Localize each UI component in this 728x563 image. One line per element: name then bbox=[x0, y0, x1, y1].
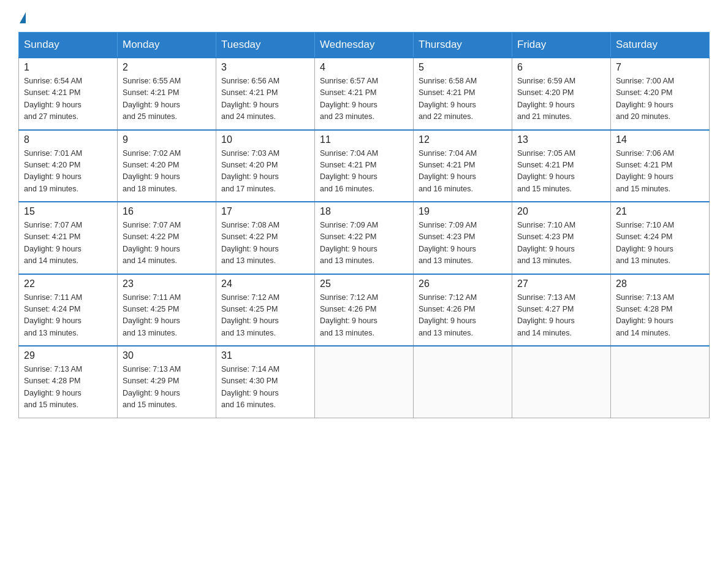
day-number: 29 bbox=[24, 350, 112, 361]
logo-triangle-icon bbox=[20, 12, 26, 23]
day-info: Sunrise: 7:11 AMSunset: 4:25 PMDaylight:… bbox=[123, 292, 211, 340]
day-number: 22 bbox=[24, 278, 112, 289]
weekday-header-wednesday: Wednesday bbox=[315, 33, 414, 58]
weekday-header-friday: Friday bbox=[512, 33, 611, 58]
calendar-cell bbox=[611, 346, 710, 418]
day-info: Sunrise: 7:06 AMSunset: 4:21 PMDaylight:… bbox=[616, 148, 704, 196]
calendar-cell: 10Sunrise: 7:03 AMSunset: 4:20 PMDayligh… bbox=[216, 130, 315, 202]
calendar-cell: 16Sunrise: 7:07 AMSunset: 4:22 PMDayligh… bbox=[118, 202, 216, 274]
weekday-header-sunday: Sunday bbox=[19, 33, 118, 58]
day-number: 31 bbox=[221, 350, 309, 361]
calendar-cell: 30Sunrise: 7:13 AMSunset: 4:29 PMDayligh… bbox=[118, 346, 216, 418]
day-info: Sunrise: 6:56 AMSunset: 4:21 PMDaylight:… bbox=[221, 75, 309, 123]
calendar-cell bbox=[512, 346, 611, 418]
day-number: 8 bbox=[24, 134, 112, 145]
day-number: 24 bbox=[221, 278, 309, 289]
day-info: Sunrise: 7:07 AMSunset: 4:22 PMDaylight:… bbox=[123, 220, 211, 267]
calendar-cell: 15Sunrise: 7:07 AMSunset: 4:21 PMDayligh… bbox=[19, 202, 118, 274]
day-number: 27 bbox=[517, 278, 605, 289]
day-info: Sunrise: 7:12 AMSunset: 4:26 PMDaylight:… bbox=[320, 292, 408, 340]
page-header bbox=[18, 12, 710, 21]
calendar-cell: 19Sunrise: 7:09 AMSunset: 4:23 PMDayligh… bbox=[414, 202, 512, 274]
day-number: 19 bbox=[419, 206, 507, 217]
day-info: Sunrise: 7:00 AMSunset: 4:20 PMDaylight:… bbox=[616, 75, 704, 123]
calendar-cell: 21Sunrise: 7:10 AMSunset: 4:24 PMDayligh… bbox=[611, 202, 710, 274]
calendar-cell: 5Sunrise: 6:58 AMSunset: 4:21 PMDaylight… bbox=[414, 58, 512, 130]
day-number: 12 bbox=[419, 134, 507, 145]
calendar-week-4: 22Sunrise: 7:11 AMSunset: 4:24 PMDayligh… bbox=[19, 274, 710, 347]
day-info: Sunrise: 7:12 AMSunset: 4:26 PMDaylight:… bbox=[419, 292, 507, 340]
day-number: 11 bbox=[320, 134, 408, 145]
calendar-cell: 7Sunrise: 7:00 AMSunset: 4:20 PMDaylight… bbox=[611, 58, 710, 130]
day-number: 20 bbox=[517, 206, 605, 217]
calendar-cell: 25Sunrise: 7:12 AMSunset: 4:26 PMDayligh… bbox=[315, 274, 414, 347]
calendar-cell: 22Sunrise: 7:11 AMSunset: 4:24 PMDayligh… bbox=[19, 274, 118, 347]
day-info: Sunrise: 6:54 AMSunset: 4:21 PMDaylight:… bbox=[24, 75, 112, 123]
calendar-week-5: 29Sunrise: 7:13 AMSunset: 4:28 PMDayligh… bbox=[19, 346, 710, 418]
calendar-cell: 23Sunrise: 7:11 AMSunset: 4:25 PMDayligh… bbox=[118, 274, 216, 347]
day-info: Sunrise: 7:11 AMSunset: 4:24 PMDaylight:… bbox=[24, 292, 112, 340]
day-number: 2 bbox=[123, 62, 211, 73]
logo bbox=[18, 12, 26, 21]
day-info: Sunrise: 7:09 AMSunset: 4:22 PMDaylight:… bbox=[320, 220, 408, 267]
calendar-cell: 24Sunrise: 7:12 AMSunset: 4:25 PMDayligh… bbox=[216, 274, 315, 347]
day-number: 13 bbox=[517, 134, 605, 145]
day-info: Sunrise: 7:13 AMSunset: 4:29 PMDaylight:… bbox=[123, 364, 211, 412]
calendar-cell: 4Sunrise: 6:57 AMSunset: 4:21 PMDaylight… bbox=[315, 58, 414, 130]
day-info: Sunrise: 6:59 AMSunset: 4:20 PMDaylight:… bbox=[517, 75, 605, 123]
day-info: Sunrise: 7:10 AMSunset: 4:24 PMDaylight:… bbox=[616, 220, 704, 267]
day-number: 1 bbox=[24, 62, 112, 73]
weekday-header-thursday: Thursday bbox=[414, 33, 512, 58]
day-info: Sunrise: 7:05 AMSunset: 4:21 PMDaylight:… bbox=[517, 148, 605, 196]
day-number: 26 bbox=[419, 278, 507, 289]
calendar-week-2: 8Sunrise: 7:01 AMSunset: 4:20 PMDaylight… bbox=[19, 130, 710, 202]
day-number: 17 bbox=[221, 206, 309, 217]
day-info: Sunrise: 7:04 AMSunset: 4:21 PMDaylight:… bbox=[419, 148, 507, 196]
day-number: 5 bbox=[419, 62, 507, 73]
day-number: 23 bbox=[123, 278, 211, 289]
day-number: 7 bbox=[616, 62, 704, 73]
calendar-cell: 26Sunrise: 7:12 AMSunset: 4:26 PMDayligh… bbox=[414, 274, 512, 347]
day-info: Sunrise: 7:09 AMSunset: 4:23 PMDaylight:… bbox=[419, 220, 507, 267]
calendar-cell: 31Sunrise: 7:14 AMSunset: 4:30 PMDayligh… bbox=[216, 346, 315, 418]
calendar-cell: 18Sunrise: 7:09 AMSunset: 4:22 PMDayligh… bbox=[315, 202, 414, 274]
day-number: 21 bbox=[616, 206, 704, 217]
calendar-cell bbox=[315, 346, 414, 418]
day-number: 30 bbox=[123, 350, 211, 361]
calendar-cell bbox=[414, 346, 512, 418]
day-number: 6 bbox=[517, 62, 605, 73]
day-info: Sunrise: 6:58 AMSunset: 4:21 PMDaylight:… bbox=[419, 75, 507, 123]
calendar-cell: 8Sunrise: 7:01 AMSunset: 4:20 PMDaylight… bbox=[19, 130, 118, 202]
day-number: 28 bbox=[616, 278, 704, 289]
calendar-cell: 29Sunrise: 7:13 AMSunset: 4:28 PMDayligh… bbox=[19, 346, 118, 418]
calendar-week-3: 15Sunrise: 7:07 AMSunset: 4:21 PMDayligh… bbox=[19, 202, 710, 274]
calendar-cell: 6Sunrise: 6:59 AMSunset: 4:20 PMDaylight… bbox=[512, 58, 611, 130]
calendar-cell: 14Sunrise: 7:06 AMSunset: 4:21 PMDayligh… bbox=[611, 130, 710, 202]
day-info: Sunrise: 7:08 AMSunset: 4:22 PMDaylight:… bbox=[221, 220, 309, 267]
day-number: 9 bbox=[123, 134, 211, 145]
day-number: 3 bbox=[221, 62, 309, 73]
calendar-week-1: 1Sunrise: 6:54 AMSunset: 4:21 PMDaylight… bbox=[19, 58, 710, 130]
day-info: Sunrise: 7:03 AMSunset: 4:20 PMDaylight:… bbox=[221, 148, 309, 196]
day-number: 4 bbox=[320, 62, 408, 73]
day-info: Sunrise: 7:04 AMSunset: 4:21 PMDaylight:… bbox=[320, 148, 408, 196]
day-info: Sunrise: 7:02 AMSunset: 4:20 PMDaylight:… bbox=[123, 148, 211, 196]
weekday-header-saturday: Saturday bbox=[611, 33, 710, 58]
calendar-cell: 3Sunrise: 6:56 AMSunset: 4:21 PMDaylight… bbox=[216, 58, 315, 130]
day-number: 16 bbox=[123, 206, 211, 217]
weekday-header-monday: Monday bbox=[118, 33, 216, 58]
day-info: Sunrise: 7:01 AMSunset: 4:20 PMDaylight:… bbox=[24, 148, 112, 196]
calendar-cell: 17Sunrise: 7:08 AMSunset: 4:22 PMDayligh… bbox=[216, 202, 315, 274]
day-info: Sunrise: 7:07 AMSunset: 4:21 PMDaylight:… bbox=[24, 220, 112, 267]
calendar-table: SundayMondayTuesdayWednesdayThursdayFrid… bbox=[18, 32, 710, 418]
day-info: Sunrise: 7:13 AMSunset: 4:27 PMDaylight:… bbox=[517, 292, 605, 340]
calendar-cell: 9Sunrise: 7:02 AMSunset: 4:20 PMDaylight… bbox=[118, 130, 216, 202]
weekday-header-tuesday: Tuesday bbox=[216, 33, 315, 58]
day-number: 18 bbox=[320, 206, 408, 217]
calendar-cell: 13Sunrise: 7:05 AMSunset: 4:21 PMDayligh… bbox=[512, 130, 611, 202]
calendar-cell: 28Sunrise: 7:13 AMSunset: 4:28 PMDayligh… bbox=[611, 274, 710, 347]
day-info: Sunrise: 7:14 AMSunset: 4:30 PMDaylight:… bbox=[221, 364, 309, 412]
calendar-cell: 12Sunrise: 7:04 AMSunset: 4:21 PMDayligh… bbox=[414, 130, 512, 202]
day-number: 25 bbox=[320, 278, 408, 289]
day-number: 10 bbox=[221, 134, 309, 145]
